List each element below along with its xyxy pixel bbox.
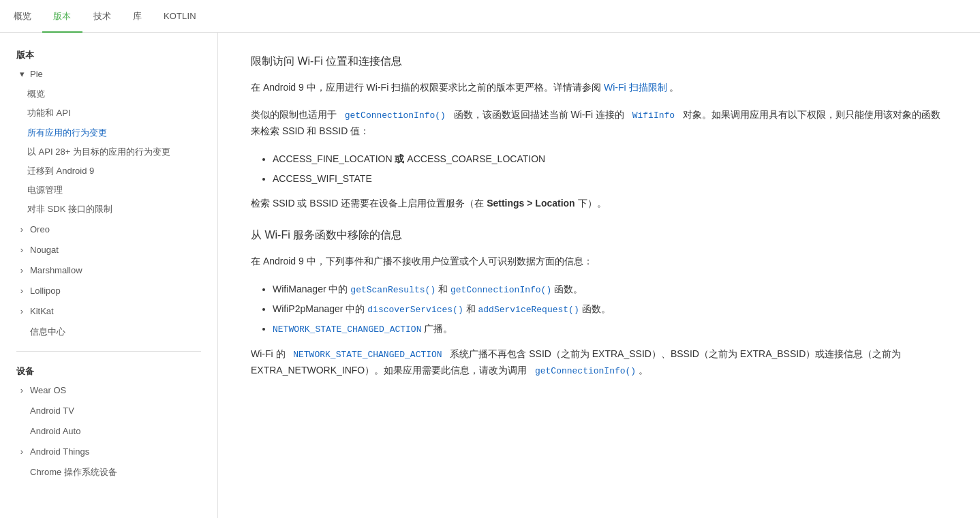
- para2: 类似的限制也适用于 getConnectionInfo() 函数，该函数返回描述…: [251, 107, 947, 140]
- chevron-right-icon: ›: [16, 446, 27, 457]
- sidebar-item-pie[interactable]: ▾ Pie: [0, 64, 217, 85]
- sidebar-sub-overview[interactable]: 概览: [0, 85, 217, 104]
- removed-info-list: WifiManager 中的 getScanResults() 和 getCon…: [273, 281, 947, 338]
- chevron-right-icon: ›: [16, 265, 27, 276]
- sidebar-item-marshmallow[interactable]: › Marshmallow: [0, 260, 217, 281]
- list-item-wifimanager: WifiManager 中的 getScanResults() 和 getCon…: [273, 281, 947, 298]
- sidebar-item-android-things[interactable]: › Android Things: [0, 442, 217, 462]
- para3: 检索 SSID 或 BSSID 还需要在设备上启用位置服务（在 Settings…: [251, 196, 947, 212]
- code-getscanresults: getScanResults(): [350, 285, 435, 295]
- code-network-state-action2: NETWORK_STATE_CHANGED_ACTION: [293, 350, 442, 360]
- section1-title: 限制访问 Wi-Fi 位置和连接信息: [251, 55, 947, 69]
- chevron-right-icon: ›: [16, 245, 27, 256]
- permission-list: ACCESS_FINE_LOCATION 或 ACCESS_COARSE_LOC…: [273, 151, 947, 187]
- sidebar-divider: [16, 351, 201, 352]
- sidebar-device-title: 设备: [0, 360, 217, 380]
- sidebar-item-android-tv[interactable]: Android TV: [0, 401, 217, 421]
- sidebar-sub-migrate[interactable]: 迁移到 Android 9: [0, 162, 217, 181]
- sidebar-item-android-auto[interactable]: Android Auto: [0, 421, 217, 442]
- chevron-right-icon: ›: [16, 224, 27, 235]
- nav-item-overview[interactable]: 概览: [14, 0, 42, 33]
- sidebar-item-nougat[interactable]: › Nougat: [0, 240, 217, 260]
- sidebar-sub-power[interactable]: 电源管理: [0, 181, 217, 200]
- para1: 在 Android 9 中，应用进行 Wi-Fi 扫描的权限要求比之前的版本更严…: [251, 80, 947, 96]
- nav-item-kotlin[interactable]: KOTLIN: [153, 0, 207, 33]
- list-item-network-state: NETWORK_STATE_CHANGED_ACTION 广播。: [273, 320, 947, 337]
- para5: Wi-Fi 的 NETWORK_STATE_CHANGED_ACTION 系统广…: [251, 346, 947, 379]
- chevron-right-icon: ›: [16, 286, 27, 296]
- chevron-right-icon: ›: [16, 385, 27, 396]
- top-nav: 概览 版本 技术 库 KOTLIN: [0, 0, 980, 33]
- nav-item-version[interactable]: 版本: [42, 0, 82, 33]
- main-content: 限制访问 Wi-Fi 位置和连接信息 在 Android 9 中，应用进行 Wi…: [218, 33, 980, 518]
- sidebar-item-wear-os[interactable]: › Wear OS: [0, 380, 217, 401]
- code-getconnectioninfo: getConnectionInfo(): [345, 110, 446, 121]
- nav-item-tech[interactable]: 技术: [82, 0, 122, 33]
- code-wifiinfo: WifiInfo: [632, 110, 675, 121]
- code-getconnectioninfo2: getConnectionInfo(): [450, 285, 551, 295]
- chevron-down-icon: ▾: [16, 69, 27, 80]
- sidebar-item-oreo[interactable]: › Oreo: [0, 219, 217, 240]
- wifi-scan-limit-link[interactable]: Wi-Fi 扫描限制: [604, 82, 667, 93]
- list-item-access-fine: ACCESS_FINE_LOCATION 或 ACCESS_COARSE_LOC…: [273, 151, 947, 168]
- section2-title: 从 Wi-Fi 服务函数中移除的信息: [251, 228, 947, 243]
- sidebar-version-title: 版本: [0, 44, 217, 64]
- page-layout: 版本 ▾ Pie 概览 功能和 API 所有应用的行为变更 以 API 28+ …: [0, 33, 980, 518]
- para4: 在 Android 9 中，下列事件和广播不接收用户位置或个人可识别数据方面的信…: [251, 254, 947, 270]
- code-addservicerequest: addServiceRequest(): [478, 305, 579, 315]
- list-item-access-wifi: ACCESS_WIFI_STATE: [273, 170, 947, 187]
- list-item-wifip2pmanager: WifiP2pManager 中的 discoverServices() 和 a…: [273, 301, 947, 318]
- sidebar-sub-behavior-all[interactable]: 所有应用的行为变更: [0, 123, 217, 142]
- code-network-state-action1: NETWORK_STATE_CHANGED_ACTION: [273, 324, 421, 335]
- section-wifi-location: 限制访问 Wi-Fi 位置和连接信息 在 Android 9 中，应用进行 Wi…: [251, 55, 947, 212]
- sidebar-sub-behavior-api28[interactable]: 以 API 28+ 为目标的应用的行为变更: [0, 142, 217, 162]
- sidebar-sub-api[interactable]: 功能和 API: [0, 104, 217, 123]
- sidebar-item-info-center[interactable]: 信息中心: [0, 322, 217, 342]
- nav-item-library[interactable]: 库: [122, 0, 153, 33]
- sidebar: 版本 ▾ Pie 概览 功能和 API 所有应用的行为变更 以 API 28+ …: [0, 33, 218, 518]
- section-wifi-removed: 从 Wi-Fi 服务函数中移除的信息 在 Android 9 中，下列事件和广播…: [251, 228, 947, 379]
- chevron-right-icon: ›: [16, 306, 27, 317]
- sidebar-item-kitkat[interactable]: › KitKat: [0, 301, 217, 322]
- sidebar-item-lollipop[interactable]: › Lollipop: [0, 281, 217, 301]
- sidebar-item-chrome-os[interactable]: Chrome 操作系统设备: [0, 462, 217, 483]
- code-discoverservices: discoverServices(): [367, 305, 463, 315]
- sidebar-sub-sdk-limit[interactable]: 对非 SDK 接口的限制: [0, 200, 217, 219]
- code-getconnectioninfo3: getConnectionInfo(): [535, 366, 636, 376]
